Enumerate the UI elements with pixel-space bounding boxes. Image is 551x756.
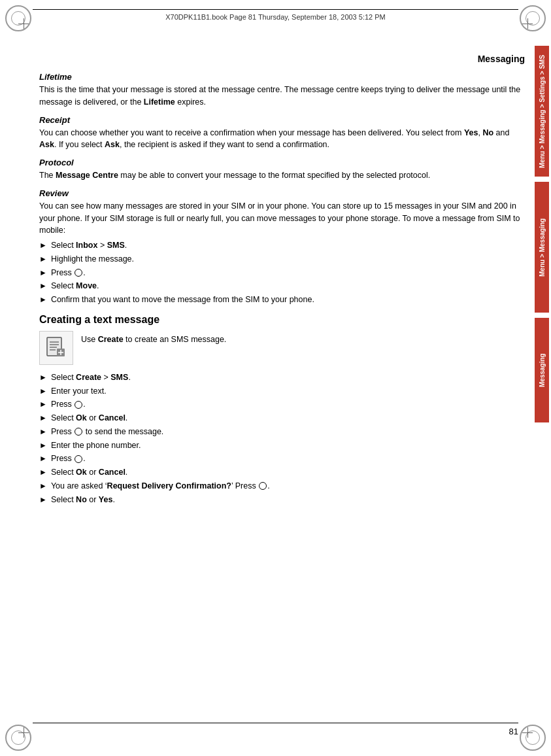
bullet-arrow-icon: ► bbox=[39, 371, 47, 383]
bullet-arrow-icon: ► bbox=[39, 426, 47, 438]
creating-bullet-2: ► Enter your text. bbox=[39, 385, 524, 398]
bullet-arrow-icon: ► bbox=[39, 439, 47, 451]
circle-button-icon bbox=[259, 482, 267, 490]
lifetime-heading: Lifetime bbox=[39, 72, 524, 82]
creating-bullet-1: ► Select Create > SMS. bbox=[39, 371, 524, 384]
circle-button-icon bbox=[75, 428, 82, 436]
page-number: 81 bbox=[509, 727, 518, 736]
page-title: Messaging bbox=[478, 54, 525, 64]
creating-bullet-3: ► Press . bbox=[39, 398, 524, 411]
bullet-arrow-icon: ► bbox=[39, 239, 47, 251]
circle-button-icon bbox=[75, 269, 82, 277]
bullet-arrow-icon: ► bbox=[39, 385, 47, 397]
lifetime-body: This is the time that your message is st… bbox=[39, 84, 524, 109]
review-body: You can see how many messages are stored… bbox=[39, 200, 524, 237]
circle-button-icon bbox=[75, 401, 82, 409]
sidebar-right: Menu > Messaging > Settings > SMS Menu >… bbox=[533, 33, 551, 621]
create-icon-image bbox=[39, 331, 73, 365]
sidebar-tab-messaging-only: Messaging bbox=[535, 318, 549, 422]
creating-icon-box: Use Create to create an SMS message. bbox=[39, 331, 524, 365]
bullet-arrow-icon: ► bbox=[39, 466, 47, 478]
creating-bullet-4: ► Select Ok or Cancel. bbox=[39, 412, 524, 424]
bullet-arrow-icon: ► bbox=[39, 253, 47, 265]
review-bullet-2: ► Highlight the message. bbox=[39, 253, 524, 266]
review-bullet-1: ► Select Inbox > SMS. bbox=[39, 239, 524, 252]
creating-icon-text: Use Create to create an SMS message. bbox=[81, 331, 226, 346]
main-content: Lifetime This is the time that your mess… bbox=[39, 65, 524, 704]
bullet-arrow-icon: ► bbox=[39, 412, 47, 424]
creating-bullet-list: ► Select Create > SMS. ► Enter your text… bbox=[39, 371, 524, 506]
receipt-heading: Receipt bbox=[39, 115, 524, 125]
creating-bullet-5: ► Press to send the message. bbox=[39, 426, 524, 438]
circle-button-icon bbox=[75, 455, 82, 463]
creating-bullet-8: ► Select Ok or Cancel. bbox=[39, 466, 524, 479]
protocol-heading: Protocol bbox=[39, 158, 524, 167]
protocol-body: The Message Centre may be able to conver… bbox=[39, 169, 524, 182]
creating-bullet-10: ► Select No or Yes. bbox=[39, 494, 524, 506]
bullet-arrow-icon: ► bbox=[39, 480, 47, 492]
creating-bullet-9: ► You are asked ‘Request Delivery Confir… bbox=[39, 480, 524, 492]
review-heading: Review bbox=[39, 188, 524, 198]
review-bullet-4: ► Select Move. bbox=[39, 280, 524, 292]
sidebar-tab-sms: Menu > Messaging > Settings > SMS bbox=[535, 46, 549, 177]
crosshair-br bbox=[522, 727, 533, 738]
bullet-arrow-icon: ► bbox=[39, 398, 47, 410]
crosshair-bl bbox=[18, 727, 29, 738]
sidebar-tab-messaging: Menu > Messaging bbox=[535, 182, 549, 313]
bottom-bar bbox=[33, 723, 518, 723]
top-bar: X70DPK11B1.book Page 81 Thursday, Septem… bbox=[33, 9, 518, 24]
crosshair-tr bbox=[522, 18, 533, 29]
bullet-arrow-icon: ► bbox=[39, 280, 47, 292]
review-bullet-5: ► Confirm that you want to move the mess… bbox=[39, 294, 524, 306]
creating-bullet-6: ► Enter the phone number. bbox=[39, 439, 524, 452]
review-bullet-3: ► Press . bbox=[39, 267, 524, 279]
review-bullet-list: ► Select Inbox > SMS. ► Highlight the me… bbox=[39, 239, 524, 306]
book-info: X70DPK11B1.book Page 81 Thursday, Septem… bbox=[165, 13, 386, 21]
document-icon bbox=[44, 335, 69, 360]
crosshair-tl bbox=[18, 18, 29, 29]
bullet-arrow-icon: ► bbox=[39, 494, 47, 506]
bullet-arrow-icon: ► bbox=[39, 267, 47, 279]
creating-heading: Creating a text message bbox=[39, 314, 524, 326]
receipt-body: You can choose whether you want to recei… bbox=[39, 127, 524, 152]
bullet-arrow-icon: ► bbox=[39, 453, 47, 464]
bullet-arrow-icon: ► bbox=[39, 294, 47, 305]
creating-bullet-7: ► Press . bbox=[39, 453, 524, 465]
